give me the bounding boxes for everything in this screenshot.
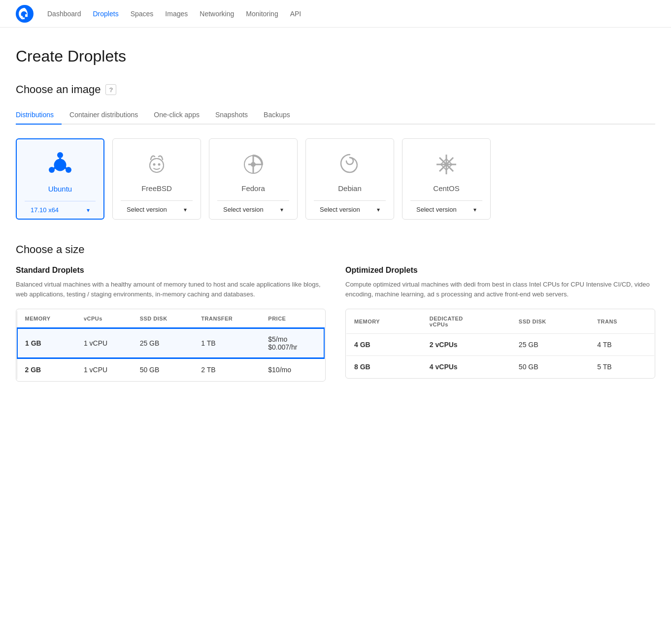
col-vcpus: vCPUs [76,310,132,328]
col-dedicated-vcpus: DEDICATEDvCPUs [422,310,511,334]
cell-ssd: 50 GB [511,356,589,378]
cell-vcpus: 1 vCPU [76,328,132,358]
cell-transfer: 4 TB [589,334,654,356]
tab-one-click-apps[interactable]: One-click apps [146,106,207,125]
cell-memory: 8 GB [346,356,422,378]
nav-dashboard[interactable]: Dashboard [47,10,81,18]
col-ssd: SSD DISK [132,310,194,328]
fedora-version-select[interactable]: Select version ▾ [217,200,289,218]
optimized-size-table: MEMORY DEDICATEDvCPUs SSD DISK TRANS 4 G… [346,309,655,378]
col-ssd: SSD DISK [511,310,589,334]
svg-point-5 [57,152,63,158]
centos-version-select[interactable]: Select version ▾ [410,200,482,218]
cell-memory: 1 GB [17,328,76,358]
centos-version-label: Select version [416,206,457,213]
cell-ssd: 50 GB [132,358,194,381]
fedora-chevron-icon: ▾ [280,206,283,213]
svg-rect-1 [23,17,25,19]
size-columns: Standard Droplets Balanced virtual machi… [16,266,655,382]
ubuntu-version-label: 17.10 x64 [31,206,59,214]
cell-vcpus: 2 vCPUs [422,334,511,356]
help-icon[interactable]: ? [105,84,116,95]
cell-vcpus: 1 vCPU [76,358,132,381]
nav-api[interactable]: API [290,10,302,18]
standard-description: Balanced virtual machines with a healthy… [16,280,326,299]
nav-networking[interactable]: Networking [200,10,234,18]
choose-image-section: Choose an image ? Distributions Containe… [16,83,655,220]
distro-card-fedora[interactable]: Fedora Select version ▾ [209,138,298,220]
freebsd-label: FreeBSD [141,184,172,193]
nav-images[interactable]: Images [165,10,188,18]
nav-droplets[interactable]: Droplets [93,10,119,18]
table-row[interactable]: 4 GB 2 vCPUs 25 GB 4 TB [346,334,655,356]
tab-backups[interactable]: Backups [256,106,298,125]
optimized-description: Compute optimized virtual machines with … [345,280,655,299]
debian-version-label: Select version [320,206,360,213]
cell-transfer: 1 TB [193,328,260,358]
optimized-droplets-col: Optimized Droplets Compute optimized vir… [345,266,655,382]
debian-label: Debian [338,184,362,193]
col-transfer: TRANSFER [193,310,260,328]
fedora-version-label: Select version [223,206,264,213]
choose-size-heading: Choose a size [16,243,655,256]
optimized-heading: Optimized Droplets [345,266,655,275]
centos-icon [433,151,460,178]
cell-transfer: 5 TB [589,356,654,378]
tab-distributions[interactable]: Distributions [16,106,62,125]
cell-memory: 2 GB [17,358,76,381]
col-memory: MEMORY [17,310,76,328]
cell-memory: 4 GB [346,334,422,356]
nav-monitoring[interactable]: Monitoring [246,10,278,18]
fedora-label: Fedora [241,184,265,193]
standard-droplets-col: Standard Droplets Balanced virtual machi… [16,266,326,382]
image-tabs: Distributions Container distributions On… [16,106,655,125]
distro-cards-container: Ubuntu 17.10 x64 ▾ FreeBSD [16,138,655,220]
nav-spaces[interactable]: Spaces [131,10,154,18]
distro-card-freebsd[interactable]: FreeBSD Select version ▾ [112,138,201,220]
ubuntu-icon [46,151,74,179]
centos-chevron-icon: ▾ [473,206,476,213]
page-title: Create Droplets [16,47,655,65]
distro-card-centos[interactable]: CentOS Select version ▾ [402,138,491,220]
distro-card-ubuntu[interactable]: Ubuntu 17.10 x64 ▾ [16,138,104,220]
optimized-table-header: MEMORY DEDICATEDvCPUs SSD DISK TRANS [346,310,655,334]
navbar: Dashboard Droplets Spaces Images Network… [0,0,671,28]
svg-point-12 [153,163,156,166]
standard-table-wrapper: MEMORY vCPUs SSD DISK TRANSFER PRICE 1 G… [16,309,326,382]
debian-icon [336,151,364,178]
col-memory: MEMORY [346,310,422,334]
svg-point-4 [55,160,65,170]
col-trans: TRANS [589,310,654,334]
ubuntu-label: Ubuntu [48,185,72,193]
centos-label: CentOS [433,184,459,193]
optimized-table-wrapper: MEMORY DEDICATEDvCPUs SSD DISK TRANS 4 G… [345,309,655,379]
freebsd-version-select[interactable]: Select version ▾ [121,200,193,218]
freebsd-chevron-icon: ▾ [184,206,187,213]
nav-links: Dashboard Droplets Spaces Images Network… [47,10,301,18]
table-row[interactable]: 2 GB 1 vCPU 50 GB 2 TB $10/mo [17,358,325,381]
svg-rect-2 [21,17,23,19]
standard-table-header: MEMORY vCPUs SSD DISK TRANSFER PRICE [17,310,325,328]
tab-container-distributions[interactable]: Container distributions [62,106,146,125]
distro-card-debian[interactable]: Debian Select version ▾ [305,138,394,220]
ubuntu-version-select[interactable]: 17.10 x64 ▾ [25,201,96,219]
tab-snapshots[interactable]: Snapshots [207,106,256,125]
debian-version-select[interactable]: Select version ▾ [314,200,386,218]
standard-size-table: MEMORY vCPUs SSD DISK TRANSFER PRICE 1 G… [16,309,325,381]
cell-price: $10/mo [260,358,325,381]
svg-point-16 [251,162,256,167]
cell-ssd: 25 GB [132,328,194,358]
svg-line-10 [65,167,67,168]
cell-transfer: 2 TB [193,358,260,381]
svg-point-13 [158,163,161,166]
col-price: PRICE [260,310,325,328]
choose-image-heading: Choose an image [16,83,101,96]
table-row[interactable]: 8 GB 4 vCPUs 50 GB 5 TB [346,356,655,378]
ubuntu-chevron-icon: ▾ [87,207,90,214]
logo-icon[interactable] [16,5,34,23]
cell-ssd: 25 GB [511,334,589,356]
table-row[interactable]: 1 GB 1 vCPU 25 GB 1 TB $5/mo$0.007/hr [17,328,325,358]
svg-rect-3 [21,16,23,17]
choose-size-section: Choose a size Standard Droplets Balanced… [16,243,655,382]
standard-heading: Standard Droplets [16,266,326,275]
